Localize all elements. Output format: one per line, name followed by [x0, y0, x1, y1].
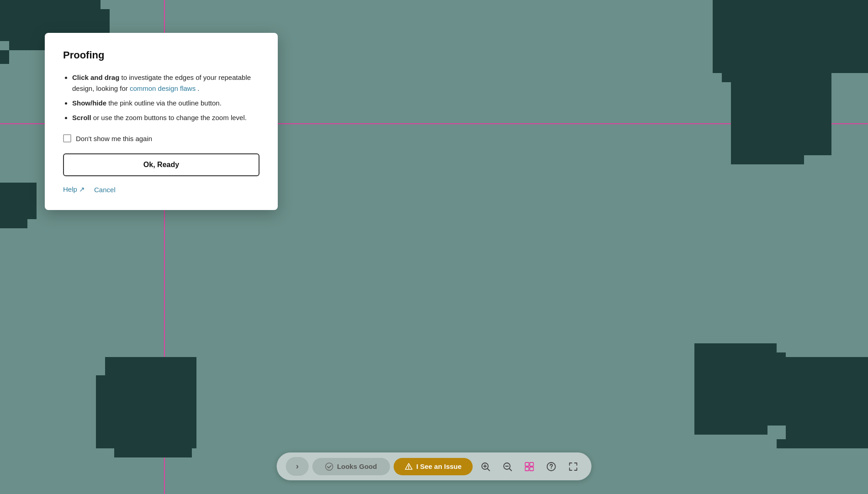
instruction-2-bold: Show/hide	[72, 99, 106, 107]
svg-line-6	[487, 468, 490, 471]
dont-show-checkbox[interactable]	[63, 134, 71, 142]
help-icon	[546, 462, 556, 472]
dont-show-label[interactable]: Don't show me this again	[76, 135, 152, 142]
bottom-toolbar: › Looks Good I See an Issue	[277, 452, 592, 480]
see-issue-button[interactable]: I See an Issue	[393, 458, 472, 475]
fullscreen-icon	[568, 462, 578, 472]
instruction-1-bold: Click and drag	[72, 74, 119, 81]
svg-point-2	[408, 468, 409, 469]
grid-icon	[524, 462, 534, 472]
svg-point-0	[326, 463, 333, 470]
instruction-2-text: the pink outline via the outline button.	[108, 99, 222, 107]
grid-button[interactable]	[520, 457, 538, 476]
svg-rect-12	[525, 467, 529, 471]
svg-rect-13	[529, 467, 533, 471]
fullscreen-button[interactable]	[564, 457, 582, 476]
zoom-out-button[interactable]	[498, 457, 516, 476]
zoom-in-icon	[480, 462, 490, 472]
instructions-list: Click and drag to investigate the edges …	[63, 72, 259, 123]
warning-icon	[404, 462, 413, 471]
looks-good-label: Looks Good	[337, 462, 377, 470]
issue-button-label: I See an Issue	[416, 462, 461, 470]
modal-overlay: Proofing Click and drag to investigate t…	[0, 0, 868, 494]
help-button[interactable]	[542, 457, 560, 476]
instruction-2: Show/hide the pink outline via the outli…	[72, 98, 259, 109]
instruction-3-text: or use the zoom buttons to change the zo…	[93, 114, 247, 121]
help-link-text: Help ↗	[63, 185, 85, 193]
svg-rect-11	[529, 462, 533, 466]
arrow-icon: ›	[296, 462, 299, 471]
svg-point-15	[550, 468, 551, 469]
cancel-link[interactable]: Cancel	[94, 186, 116, 194]
svg-line-9	[509, 468, 512, 471]
instruction-1: Click and drag to investigate the edges …	[72, 72, 259, 94]
modal-title: Proofing	[63, 49, 259, 61]
dont-show-row: Don't show me this again	[63, 134, 259, 142]
zoom-in-button[interactable]	[476, 457, 494, 476]
looks-good-button[interactable]: Looks Good	[312, 458, 390, 475]
common-design-flaws-link[interactable]: common design flaws	[130, 84, 196, 92]
instruction-3-bold: Scroll	[72, 114, 91, 121]
svg-rect-10	[525, 462, 529, 466]
zoom-out-icon	[502, 462, 512, 472]
check-circle-icon	[325, 462, 333, 471]
modal-footer: Help ↗ Cancel	[63, 185, 259, 194]
proofing-modal: Proofing Click and drag to investigate t…	[45, 33, 278, 210]
ok-ready-button[interactable]: Ok, Ready	[63, 153, 259, 176]
help-link[interactable]: Help ↗	[63, 185, 85, 194]
arrow-button[interactable]: ›	[286, 457, 309, 476]
instruction-1-suffix: .	[197, 84, 199, 92]
instruction-3: Scroll or use the zoom buttons to change…	[72, 112, 259, 123]
